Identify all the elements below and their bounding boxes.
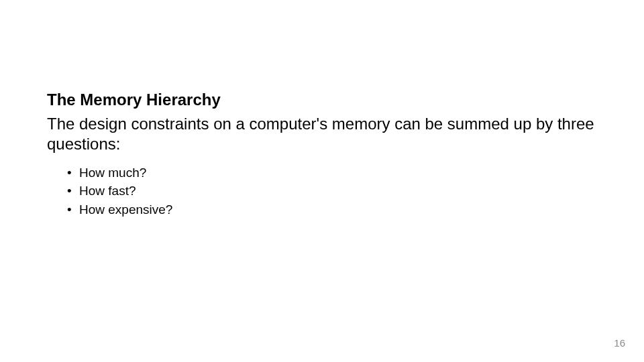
list-item: How much? xyxy=(67,164,597,182)
slide-heading: The Memory Hierarchy xyxy=(47,90,597,110)
slide-container: The Memory Hierarchy The design constrai… xyxy=(0,0,644,362)
page-number: 16 xyxy=(614,337,625,349)
list-item: How expensive? xyxy=(67,200,597,219)
bullet-list: How much? How fast? How expensive? xyxy=(47,164,597,219)
list-item: How fast? xyxy=(67,182,597,200)
slide-subheading: The design constraints on a computer's m… xyxy=(47,114,597,154)
